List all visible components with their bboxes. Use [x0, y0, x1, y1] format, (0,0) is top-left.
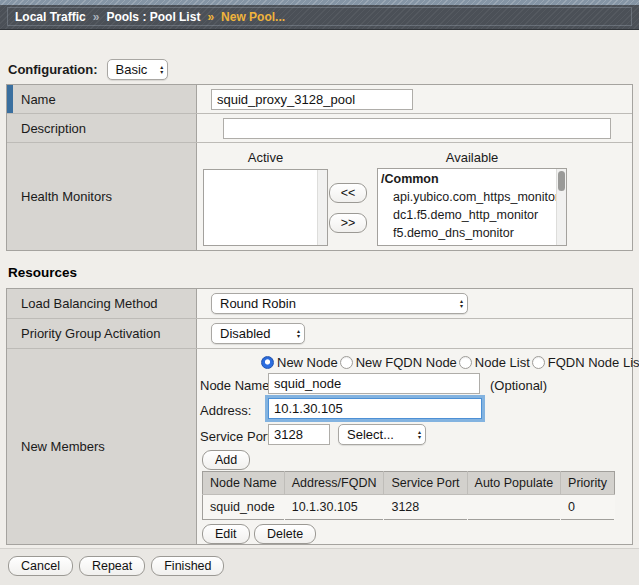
service-port-select-value: Select... [347, 427, 394, 442]
health-monitors-row: Health Monitors Active Available << >> /… [7, 143, 632, 250]
load-balancing-select[interactable]: Round Robin ▴▾ [211, 293, 468, 314]
radio-new-node[interactable]: New Node [261, 355, 338, 370]
footer-buttons: Cancel Repeat Finished [8, 556, 224, 576]
priority-group-select[interactable]: Disabled ▴▾ [211, 323, 305, 344]
add-member-button[interactable]: Add [202, 450, 250, 470]
top-navigation-bar: Local Traffic » Pools : Pool List » New … [0, 0, 639, 30]
available-monitors-listbox[interactable]: /Common api.yubico.com_https_monitor dc1… [377, 168, 567, 246]
move-to-active-button[interactable]: << [329, 183, 367, 203]
optional-note: (Optional) [490, 378, 547, 393]
description-input[interactable] [223, 118, 611, 139]
priority-group-row: Priority Group Activation Disabled ▴▾ [7, 319, 632, 349]
edit-member-button[interactable]: Edit [202, 524, 250, 544]
monitor-option[interactable]: gateway_icmp [381, 242, 554, 246]
name-row: Name [7, 85, 632, 114]
move-to-available-button[interactable]: >> [329, 213, 367, 233]
radio-label: New Node [277, 355, 338, 370]
member-priority-cell: 0 [561, 495, 615, 520]
resources-section-heading: Resources [8, 265, 77, 280]
description-label: Description [7, 114, 197, 142]
breadcrumb-separator-icon: » [93, 10, 100, 24]
service-port-input[interactable] [268, 424, 330, 445]
name-label: Name [7, 85, 197, 113]
name-input[interactable] [211, 89, 413, 110]
configuration-label: Configuration: [8, 62, 98, 77]
node-name-input[interactable] [268, 373, 480, 394]
radio-new-fqdn-node[interactable]: New FQDN Node [340, 355, 457, 370]
breadcrumb-item-local-traffic[interactable]: Local Traffic [15, 10, 86, 24]
select-arrows-icon: ▴▾ [160, 65, 163, 75]
radio-node-list[interactable]: Node List [459, 355, 530, 370]
load-balancing-row: Load Balancing Method Round Robin ▴▾ [7, 289, 632, 319]
priority-group-select-value: Disabled [220, 326, 271, 341]
radio-icon[interactable] [340, 356, 353, 369]
member-address-cell: 10.1.30.105 [284, 495, 384, 520]
select-arrows-icon: ▴▾ [460, 299, 463, 309]
select-arrows-icon: ▴▾ [418, 430, 421, 440]
description-row: Description [7, 114, 632, 143]
radio-fqdn-node-list[interactable]: FQDN Node List [532, 355, 639, 370]
scrollbar-thumb[interactable] [558, 171, 565, 191]
service-port-label: Service Port: [200, 429, 274, 444]
member-table-row[interactable]: squid_node 10.1.30.105 3128 0 [203, 495, 615, 520]
configuration-select-value: Basic [116, 62, 148, 77]
monitor-option[interactable]: dc1.f5.demo_http_monitor [381, 206, 554, 224]
new-members-row: New Members New Node New FQDN Node Node … [7, 349, 632, 544]
address-label: Address: [200, 403, 251, 418]
active-monitors-listbox[interactable] [203, 169, 328, 246]
radio-selected-icon[interactable] [261, 356, 274, 369]
load-balancing-select-value: Round Robin [220, 296, 447, 311]
radio-label: Node List [475, 355, 530, 370]
node-name-label: Node Name: [200, 378, 273, 393]
monitor-option[interactable]: api.yubico.com_https_monitor [381, 188, 554, 206]
address-input[interactable] [268, 398, 482, 419]
breadcrumb-current-page: New Pool... [221, 10, 285, 24]
member-type-radio-group: New Node New FQDN Node Node List FQDN No… [261, 355, 639, 370]
monitor-partition-item[interactable]: /Common [381, 170, 554, 188]
member-node-name-cell: squid_node [203, 495, 285, 520]
finished-button[interactable]: Finished [151, 556, 224, 576]
scrollbar-track[interactable] [317, 170, 327, 245]
repeat-button[interactable]: Repeat [79, 556, 145, 576]
available-list-label: Available [377, 150, 567, 165]
service-port-select[interactable]: Select... ▴▾ [338, 424, 426, 445]
configuration-select[interactable]: Basic ▴▾ [107, 59, 169, 80]
select-arrows-icon: ▴▾ [297, 329, 300, 339]
member-service-port-cell: 3128 [384, 495, 467, 520]
column-header-service-port: Service Port [384, 472, 467, 495]
radio-label: FQDN Node List [548, 355, 639, 370]
scrollbar-track[interactable] [556, 169, 566, 245]
new-members-label: New Members [7, 349, 197, 544]
column-header-priority: Priority [561, 472, 615, 495]
column-header-address-fqdn: Address/FQDN [284, 472, 384, 495]
member-auto-populate-cell [467, 495, 561, 520]
resources-form-table: Load Balancing Method Round Robin ▴▾ Pri… [6, 288, 633, 545]
radio-label: New FQDN Node [356, 355, 457, 370]
radio-icon[interactable] [532, 356, 545, 369]
topbar-accent-strip [0, 0, 639, 5]
members-table: Node Name Address/FQDN Service Port Auto… [202, 471, 615, 520]
priority-group-label: Priority Group Activation [7, 319, 197, 348]
breadcrumb-separator-icon: » [207, 10, 214, 24]
breadcrumb: Local Traffic » Pools : Pool List » New … [7, 7, 632, 26]
monitor-option[interactable]: f5.demo_dns_monitor [381, 224, 554, 242]
load-balancing-label: Load Balancing Method [7, 289, 197, 318]
configuration-form-table: Name Description Health Monitors Active … [6, 84, 633, 251]
configuration-row: Configuration: Basic ▴▾ [8, 59, 168, 80]
column-header-auto-populate: Auto Populate [467, 472, 561, 495]
cancel-button[interactable]: Cancel [8, 556, 73, 576]
members-table-header-row: Node Name Address/FQDN Service Port Auto… [203, 472, 615, 495]
delete-member-button[interactable]: Delete [254, 524, 316, 544]
radio-icon[interactable] [459, 356, 472, 369]
breadcrumb-item-pool-list[interactable]: Pools : Pool List [106, 10, 200, 24]
health-monitors-label: Health Monitors [7, 143, 197, 250]
active-list-label: Active [203, 150, 328, 165]
column-header-node-name: Node Name [203, 472, 285, 495]
